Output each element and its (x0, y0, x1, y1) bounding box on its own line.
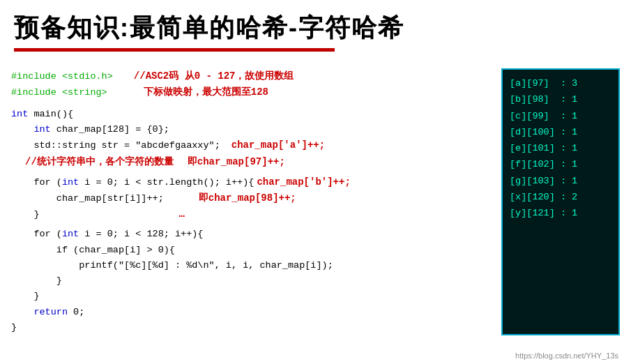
code-and-annotations: #include <stdio.h> //ASC2码 从0 - 127，故使用数… (11, 68, 494, 335)
code-text: for ( (11, 227, 62, 242)
code-text: int (11, 122, 51, 137)
terminal-row: [x][120] : 2 (510, 189, 611, 205)
code-line: return 0; (11, 305, 494, 320)
code-text: int (11, 107, 28, 122)
code-text: i = 0; i < str.length(); i++){ (79, 175, 254, 190)
code-text: char_map[128] = {0}; (51, 122, 169, 137)
red-bar-decoration (14, 48, 335, 52)
code-text: char_map[str[i]]++; (11, 191, 164, 206)
code-line: } … (11, 206, 494, 222)
annotation-2: 下标做映射，最大范围至128 (144, 84, 268, 100)
code-text: printf("[%c][%d] : %d\n", i, i, char_map… (11, 258, 333, 273)
code-text: return (33, 305, 68, 320)
code-line: for (int i = 0; i < 128; i++){ (11, 227, 494, 242)
code-text: #include <string> (11, 85, 107, 100)
code-text: if (char_map[i] > 0){ (11, 243, 175, 258)
spacer (11, 101, 494, 107)
code-line: printf("[%c][%d] : %d\n", i, i, char_map… (11, 258, 494, 273)
terminal-row: [d][100] : 1 (510, 124, 611, 140)
code-line: } (11, 320, 494, 335)
terminal-output: [a][97] : 3 [b][98] : 1 [c][99] : 1 [d][… (501, 68, 620, 335)
code-text: } (11, 320, 17, 335)
code-text: } (11, 289, 40, 304)
code-line: int main(){ (11, 107, 494, 122)
code-text: for ( (11, 175, 62, 190)
terminal-row: [e][101] : 1 (510, 140, 611, 156)
content-area: #include <stdio.h> //ASC2码 从0 - 127，故使用数… (0, 59, 631, 335)
code-line: } (11, 273, 494, 289)
code-text: i = 0; i < 128; i++){ (79, 227, 203, 242)
code-text: main(){ (28, 107, 73, 122)
code-block: #include <stdio.h> //ASC2码 从0 - 127，故使用数… (11, 68, 494, 335)
code-text: } (11, 207, 40, 222)
code-comment: //统计字符串中，各个字符的数量 (11, 154, 174, 170)
annotation-7: … (179, 206, 185, 222)
code-line: for (int i = 0; i < str.length(); i++){ … (11, 174, 494, 190)
code-text: int (62, 175, 79, 190)
annotation-5: char_map['b']++; (257, 174, 350, 190)
code-line: //统计字符串中，各个字符的数量 即char_map[97]++; (11, 154, 494, 170)
code-text: 0; (68, 305, 84, 320)
terminal-row: [y][121] : 1 (510, 205, 611, 221)
code-line: #include <string> 下标做映射，最大范围至128 (11, 84, 494, 100)
terminal-row: [b][98] : 1 (510, 91, 611, 107)
title-area: 预备知识:最简单的哈希-字符哈希 (0, 0, 631, 52)
annotation-1: //ASC2码 从0 - 127，故使用数组 (134, 68, 294, 84)
annotation-6: 即char_map[98]++; (199, 190, 296, 206)
annotation-3: char_map['a']++; (231, 137, 325, 153)
code-line: int char_map[128] = {0}; (11, 122, 494, 137)
code-line: std::string str = "abcdefgaaxxy"; char_m… (11, 137, 494, 153)
page-title: 预备知识:最简单的哈希-字符哈希 (14, 13, 617, 43)
code-line: } (11, 289, 494, 304)
terminal-row: [g][103] : 1 (510, 173, 611, 189)
code-text: std::string str = "abcdefgaaxxy"; (11, 138, 220, 153)
code-text: int (62, 227, 79, 242)
terminal-row: [a][97] : 3 (510, 75, 611, 91)
terminal-row: [f][102] : 1 (510, 156, 611, 172)
code-line: if (char_map[i] > 0){ (11, 243, 494, 258)
watermark: https://blog.csdn.net/YHY_13s (515, 351, 618, 360)
code-text: #include <stdio.h> (11, 69, 113, 84)
code-text: } (11, 273, 62, 289)
annotation-4: 即char_map[97]++; (188, 154, 285, 170)
code-text (11, 305, 33, 320)
page-container: 预备知识:最简单的哈希-字符哈希 #include <stdio.h> //AS… (0, 0, 631, 364)
code-line: #include <stdio.h> //ASC2码 从0 - 127，故使用数… (11, 68, 494, 84)
code-line: char_map[str[i]]++; 即char_map[98]++; (11, 190, 494, 206)
terminal-row: [c][99] : 1 (510, 108, 611, 124)
